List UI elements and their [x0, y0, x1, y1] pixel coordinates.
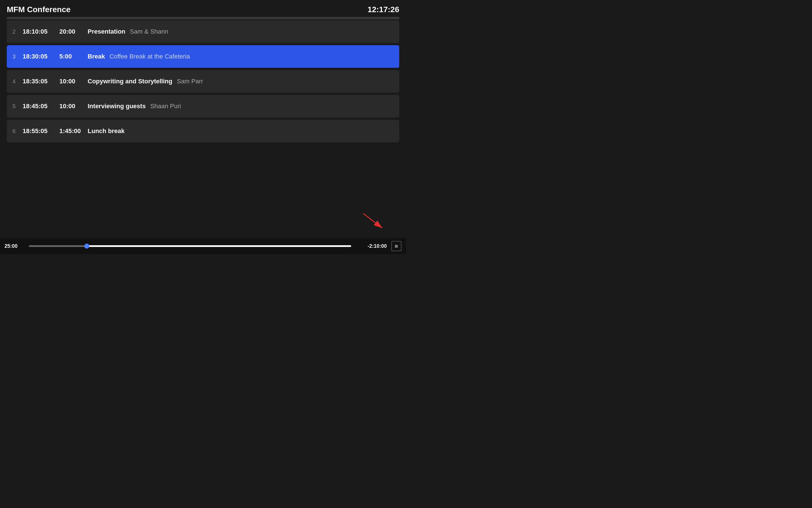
- item-title: Presentation: [88, 28, 125, 35]
- item-subtitle: Coffee Break at the Cafeteria: [109, 53, 190, 60]
- item-time: 18:45:05: [23, 102, 60, 110]
- header: MFM Conference 12:17:26: [0, 0, 406, 17]
- item-index: 4: [12, 78, 23, 85]
- item-duration: 5:00: [60, 53, 88, 60]
- expand-button[interactable]: ⊞: [391, 241, 401, 251]
- progress-filled-right: [87, 245, 351, 247]
- item-time: 18:55:05: [23, 127, 60, 135]
- progress-thumb[interactable]: [84, 244, 89, 249]
- item-duration: 10:00: [60, 78, 88, 85]
- schedule-item[interactable]: 518:45:0510:00Interviewing guestsShaan P…: [7, 95, 399, 118]
- schedule-list: 218:10:0520:00PresentationSam & Shann318…: [0, 20, 406, 145]
- schedule-item[interactable]: 618:55:051:45:00Lunch break: [7, 120, 399, 142]
- item-title: Break: [88, 53, 105, 60]
- progress-track[interactable]: [29, 245, 351, 247]
- item-index: 2: [12, 29, 23, 35]
- item-title: Lunch break: [88, 127, 125, 135]
- svg-line-1: [363, 213, 382, 228]
- item-subtitle: Shaan Puri: [150, 102, 181, 110]
- app-title: MFM Conference: [7, 5, 71, 14]
- item-duration: 10:00: [60, 102, 88, 110]
- current-time: 12:17:26: [368, 5, 399, 14]
- time-elapsed: 25:00: [4, 243, 24, 249]
- item-index: 5: [12, 103, 23, 110]
- item-index: 3: [12, 53, 23, 60]
- top-progress-bar: [7, 17, 399, 19]
- item-title: Interviewing guests: [88, 102, 146, 110]
- item-time: 18:30:05: [23, 53, 60, 60]
- item-time: 18:35:05: [23, 78, 60, 85]
- item-time: 18:10:05: [23, 28, 60, 35]
- item-index: 6: [12, 128, 23, 134]
- time-remaining: -2:10:00: [356, 243, 387, 249]
- item-subtitle: Sam & Shann: [130, 28, 168, 35]
- item-duration: 20:00: [60, 28, 88, 35]
- progress-bar-container: 25:00 -2:10:00 ⊞: [0, 238, 406, 254]
- item-duration: 1:45:00: [60, 127, 88, 135]
- expand-icon: ⊞: [395, 244, 398, 248]
- schedule-item[interactable]: 218:10:0520:00PresentationSam & Shann: [7, 20, 399, 43]
- arrow-indicator: [363, 213, 386, 231]
- schedule-item[interactable]: 318:30:055:00BreakCoffee Break at the Ca…: [7, 45, 399, 68]
- schedule-item[interactable]: 418:35:0510:00Copywriting and Storytelli…: [7, 70, 399, 93]
- progress-filled-left: [29, 245, 87, 247]
- item-subtitle: Sam Parr: [177, 78, 203, 85]
- item-title: Copywriting and Storytelling: [88, 78, 172, 85]
